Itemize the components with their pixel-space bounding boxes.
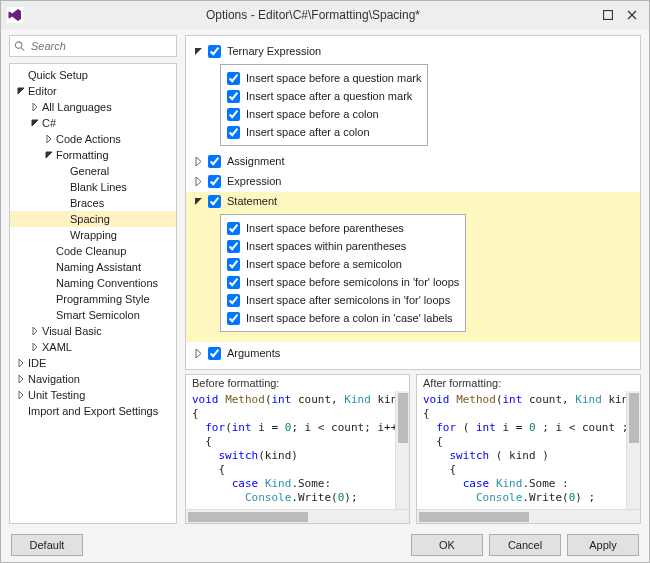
tree-csharp[interactable]: C# <box>10 115 176 131</box>
expression-check[interactable] <box>208 175 221 188</box>
tree-xaml[interactable]: XAML <box>10 339 176 355</box>
close-button[interactable] <box>621 4 643 26</box>
tree-naming-assistant[interactable]: Naming Assistant <box>10 259 176 275</box>
opt-before-semi[interactable] <box>227 258 240 271</box>
tree-code-actions[interactable]: Code Actions <box>10 131 176 147</box>
svg-point-1 <box>15 42 21 48</box>
opt-before-colon[interactable] <box>227 108 240 121</box>
opt-before-paren[interactable] <box>227 222 240 235</box>
code-after: void Method(int count, Kind kind) { for … <box>417 391 626 509</box>
tree-smart-semicolon[interactable]: Smart Semicolon <box>10 307 176 323</box>
apply-button[interactable]: Apply <box>567 534 639 556</box>
vscrollbar[interactable] <box>626 391 640 509</box>
tree-all-languages[interactable]: All Languages <box>10 99 176 115</box>
tree-code-cleanup[interactable]: Code Cleanup <box>10 243 176 259</box>
opt-within-paren[interactable] <box>227 240 240 253</box>
right-pane: Ternary Expression Insert space before a… <box>185 35 641 524</box>
ternary-check[interactable] <box>208 45 221 58</box>
expand-icon[interactable] <box>192 177 204 186</box>
vs-logo-icon <box>7 7 23 23</box>
section-expression: Expression <box>192 172 628 190</box>
statement-options: Insert space before parentheses Insert s… <box>220 214 466 332</box>
tree-naming-conventions[interactable]: Naming Conventions <box>10 275 176 291</box>
tree-braces[interactable]: Braces <box>10 195 176 211</box>
default-button[interactable]: Default <box>11 534 83 556</box>
search-input[interactable] <box>29 39 172 53</box>
expand-icon[interactable] <box>192 157 204 166</box>
tree-blank-lines[interactable]: Blank Lines <box>10 179 176 195</box>
opt-after-qmark[interactable] <box>227 90 240 103</box>
hscrollbar[interactable] <box>186 509 409 523</box>
tree-formatting[interactable]: Formatting <box>10 147 176 163</box>
ok-button[interactable]: OK <box>411 534 483 556</box>
expand-icon[interactable] <box>192 349 204 358</box>
nav-tree[interactable]: Quick Setup Editor All Languages C# Code… <box>9 63 177 524</box>
section-ternary: Ternary Expression Insert space before a… <box>192 42 628 150</box>
preview-row: Before formatting: void Method(int count… <box>185 374 641 524</box>
ternary-options: Insert space before a question mark Inse… <box>220 64 428 146</box>
left-pane: Quick Setup Editor All Languages C# Code… <box>9 35 177 524</box>
body: Quick Setup Editor All Languages C# Code… <box>1 29 649 528</box>
tree-editor[interactable]: Editor <box>10 83 176 99</box>
tree-import-export[interactable]: Import and Export Settings <box>10 403 176 419</box>
collapse-icon[interactable] <box>192 197 204 206</box>
tree-wrapping[interactable]: Wrapping <box>10 227 176 243</box>
titlebar: Options - Editor\C#\Formatting\Spacing* <box>1 1 649 29</box>
maximize-button[interactable] <box>597 4 619 26</box>
collapse-icon[interactable] <box>192 47 204 56</box>
svg-rect-0 <box>604 11 613 20</box>
options-dialog: Options - Editor\C#\Formatting\Spacing* … <box>0 0 650 563</box>
tree-visual-basic[interactable]: Visual Basic <box>10 323 176 339</box>
opt-before-colon-case[interactable] <box>227 312 240 325</box>
code-before: void Method(int count, Kind kind) { for(… <box>186 391 395 509</box>
window-title: Options - Editor\C#\Formatting\Spacing* <box>31 8 595 22</box>
hscrollbar[interactable] <box>417 509 640 523</box>
search-icon <box>14 40 25 52</box>
tree-programming-style[interactable]: Programming Style <box>10 291 176 307</box>
section-statement: Statement Insert space before parenthese… <box>186 192 640 342</box>
tree-unit-testing[interactable]: Unit Testing <box>10 387 176 403</box>
statement-check[interactable] <box>208 195 221 208</box>
assignment-check[interactable] <box>208 155 221 168</box>
tree-navigation[interactable]: Navigation <box>10 371 176 387</box>
options-list: Ternary Expression Insert space before a… <box>185 35 641 370</box>
search-box[interactable] <box>9 35 177 57</box>
tree-general[interactable]: General <box>10 163 176 179</box>
tree-ide[interactable]: IDE <box>10 355 176 371</box>
opt-after-semi-for[interactable] <box>227 294 240 307</box>
opt-after-colon[interactable] <box>227 126 240 139</box>
preview-after: After formatting: void Method(int count,… <box>416 374 641 524</box>
section-assignment: Assignment <box>192 152 628 170</box>
cancel-button[interactable]: Cancel <box>489 534 561 556</box>
tree-spacing[interactable]: Spacing <box>10 211 176 227</box>
tree-quick-setup[interactable]: Quick Setup <box>10 67 176 83</box>
preview-before: Before formatting: void Method(int count… <box>185 374 410 524</box>
opt-before-semi-for[interactable] <box>227 276 240 289</box>
arguments-check[interactable] <box>208 347 221 360</box>
section-arguments: Arguments <box>192 344 628 362</box>
vscrollbar[interactable] <box>395 391 409 509</box>
opt-before-qmark[interactable] <box>227 72 240 85</box>
footer: Default OK Cancel Apply <box>1 528 649 562</box>
